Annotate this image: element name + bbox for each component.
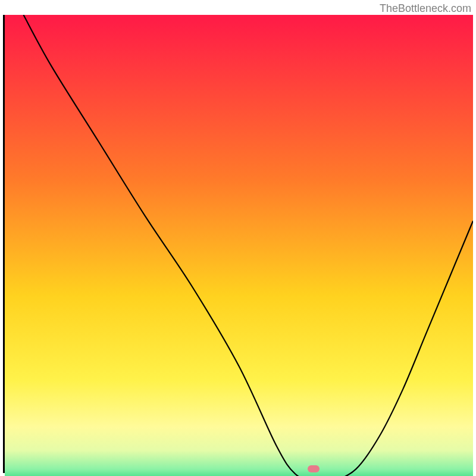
watermark-text: TheBottleneck.com xyxy=(380,2,471,15)
chart-area xyxy=(3,15,473,473)
optimal-point-marker xyxy=(308,465,320,472)
bottleneck-curve xyxy=(5,15,473,476)
